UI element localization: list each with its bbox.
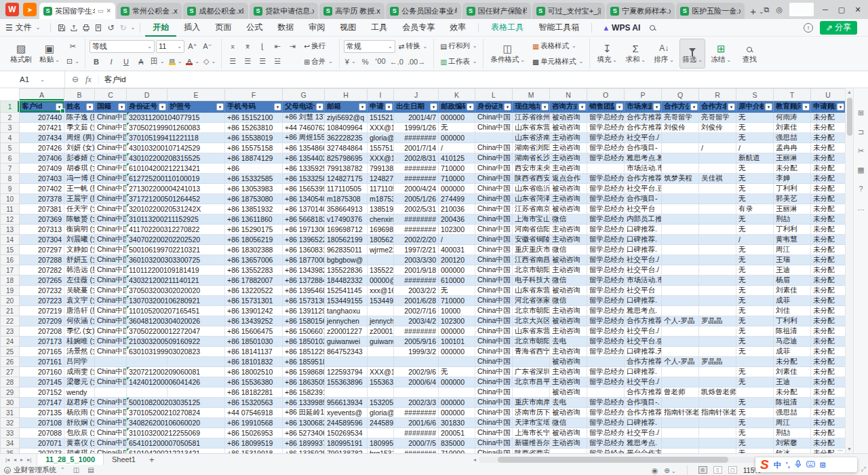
cell[interactable]: China中国 xyxy=(95,408,127,418)
hscroll-left-icon[interactable]: ◂ xyxy=(473,457,476,463)
header-cell-M[interactable]: 现住地址▾ xyxy=(513,101,550,113)
conditional-format-button[interactable]: ◫ 条件格式⌄ xyxy=(488,39,528,69)
cell[interactable]: China中国 xyxy=(95,306,127,316)
cell[interactable]: 陕西省西安 xyxy=(513,449,550,454)
header-cell-N[interactable]: 咨询方式▾ xyxy=(550,101,587,113)
cell[interactable]: 去电 xyxy=(550,337,587,347)
cell[interactable]: 207369 xyxy=(20,214,64,225)
cell[interactable]: +86 18874129 xyxy=(225,153,283,164)
cell[interactable]: 2002/2/20 xyxy=(394,235,439,245)
cell[interactable]: 610000 xyxy=(439,276,475,286)
cell[interactable]: 合作项目-. xyxy=(625,398,662,408)
vscroll-thumb[interactable] xyxy=(847,98,852,136)
cell[interactable]: 留学总经办 xyxy=(587,174,625,184)
cell[interactable]: +86 1859518772 xyxy=(283,357,325,367)
cell[interactable]: 韩浩远 (男 xyxy=(64,265,95,276)
cell[interactable]: 季文茹 (女 xyxy=(64,123,95,133)
cell[interactable]: 400031 xyxy=(439,245,475,255)
cell[interactable]: 未分配 xyxy=(811,438,846,449)
cell[interactable]: 社交平台.微 xyxy=(625,337,662,347)
cell[interactable]: 370502200012272047 xyxy=(127,326,225,337)
cell[interactable]: 110105200207165451 xyxy=(127,306,225,316)
cell[interactable]: +86 xyxy=(225,164,283,174)
align-left-button[interactable]: ☰ xyxy=(226,55,239,67)
cell[interactable]: 362228235 xyxy=(325,133,368,143)
cell[interactable] xyxy=(699,276,736,286)
cell[interactable]: +86 1580156591 xyxy=(283,316,325,326)
format-tools-icon[interactable]: ✂ xyxy=(858,147,864,155)
cell[interactable]: 370105200210270824 xyxy=(127,408,225,418)
cell[interactable]: 留学总经办 xyxy=(587,255,625,265)
cell[interactable]: 济南市历下 xyxy=(513,408,550,418)
cell[interactable]: ######## xyxy=(394,214,439,225)
header-cell-F[interactable]: 手机号码▾ xyxy=(225,101,283,113)
cell[interactable]: 孟冉冉 xyxy=(774,143,811,153)
cell[interactable]: 留学总经办 xyxy=(587,265,625,276)
cell[interactable]: 207434 xyxy=(20,133,64,143)
cell[interactable]: 黄韦慧 xyxy=(774,235,811,245)
menu-item-会员专享[interactable]: 会员专享 xyxy=(395,19,442,37)
cell[interactable]: 135522836 xyxy=(368,265,394,276)
cell[interactable] xyxy=(662,377,699,387)
cell[interactable]: 社交平台.豆 xyxy=(625,184,662,194)
cell[interactable]: +86 1506607386 xyxy=(283,326,325,337)
cell[interactable]: China中国 xyxy=(475,326,513,337)
align-right-button[interactable]: ☰ xyxy=(256,55,269,67)
cell[interactable]: +86 刘慧 137052 xyxy=(283,113,325,123)
cell[interactable]: chenxinyur xyxy=(368,214,394,225)
freeze-button[interactable]: ⊞ 冻结⌄ xyxy=(708,39,734,69)
cell[interactable]: China中国 xyxy=(475,123,513,133)
cell[interactable]: 无 xyxy=(736,174,774,184)
cell[interactable]: 社交平台./ xyxy=(625,428,662,438)
cell[interactable]: 口碑推荐. xyxy=(625,225,662,235)
cell[interactable]: 合作方推荐 xyxy=(625,113,662,123)
filter-dropdown-icon[interactable]: ▾ xyxy=(467,103,474,111)
cell[interactable] xyxy=(662,449,699,454)
cell[interactable]: +86 15290175 xyxy=(225,225,283,235)
cell[interactable]: 358664913 xyxy=(325,204,368,214)
cell[interactable]: 184482332 xyxy=(325,276,368,286)
row-header-29[interactable]: 29 xyxy=(1,387,20,398)
row-header-8[interactable]: 8 xyxy=(1,174,20,184)
column-header-Q[interactable]: Q xyxy=(662,89,699,101)
cell[interactable]: 2003/4/2 xyxy=(394,316,439,326)
cell[interactable]: 124827175 xyxy=(368,174,394,184)
cell[interactable]: 王丽淋 xyxy=(774,153,811,164)
cell[interactable] xyxy=(662,204,699,214)
undo-icon[interactable]: ↺ xyxy=(104,23,117,33)
cell[interactable]: 138519326 xyxy=(368,204,394,214)
cell[interactable]: 指南针张老 xyxy=(662,408,699,418)
header-cell-J[interactable]: 出生日期▾ xyxy=(394,101,439,113)
cell[interactable]: 117110505 xyxy=(325,184,368,194)
cell[interactable]: 凯烁曾老师 xyxy=(699,387,736,398)
clear-format-button[interactable]: ◇⌄ xyxy=(202,56,217,68)
cell[interactable]: China中国 xyxy=(95,418,127,428)
cell[interactable]: +86 1573130169 xyxy=(283,296,325,306)
cell[interactable]: 未分配 xyxy=(774,387,811,398)
cell[interactable]: 留学总经办 xyxy=(587,377,625,387)
split-view-icon[interactable]: ⊞ xyxy=(858,109,864,117)
cell[interactable]: China中国 xyxy=(95,184,127,194)
cell[interactable]: China中国 xyxy=(475,194,513,204)
cell[interactable] xyxy=(699,265,736,276)
cell[interactable]: 王迪 xyxy=(774,377,811,387)
cloud-upload-icon[interactable]: ↑ xyxy=(804,23,813,33)
cell[interactable]: 301830 xyxy=(439,418,475,428)
cell[interactable]: 刘素佳 xyxy=(774,286,811,296)
header-cell-B[interactable]: 姓名▾ xyxy=(64,101,95,113)
cell[interactable]: 169698712 xyxy=(368,225,394,235)
cell[interactable]: 2001/4/7 xyxy=(394,113,439,123)
cell[interactable]: 207152 xyxy=(20,387,64,398)
cell[interactable]: 200051 xyxy=(439,428,475,438)
cell[interactable]: 有录 xyxy=(736,204,774,214)
column-header-I[interactable]: I xyxy=(368,89,394,101)
file-tab[interactable]: S贷款申请信息.xlsx xyxy=(250,3,318,19)
cell[interactable] xyxy=(662,418,699,428)
cell[interactable]: jennychen xyxy=(368,316,394,326)
cell[interactable]: China中国 xyxy=(475,214,513,225)
row-header-31[interactable]: 31 xyxy=(1,408,20,418)
cell[interactable]: 留学总经办 xyxy=(587,153,625,164)
cell[interactable]: 310103200212255069 xyxy=(127,428,225,438)
zoom-formula-icon[interactable]: ⊖ xyxy=(72,75,79,84)
cell[interactable]: 雅思考点. xyxy=(625,306,662,316)
